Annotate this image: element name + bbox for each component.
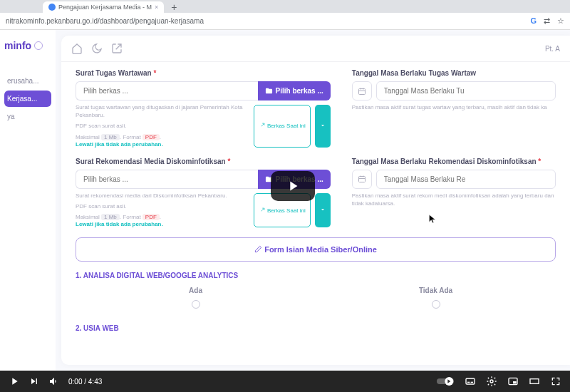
settings-icon[interactable] [486, 376, 497, 387]
translate-icon[interactable]: ⇄ [544, 16, 550, 26]
skip-link-stw[interactable]: Lewati jika tidak ada perubahan. [76, 141, 248, 148]
video-play-button[interactable] [271, 171, 315, 201]
svg-rect-5 [467, 382, 470, 383]
calendar-icon[interactable] [352, 170, 372, 189]
topbar: Pt. A [61, 36, 570, 62]
svg-rect-4 [466, 378, 475, 384]
help-stw-1: Surat tugas wartawan yang ditugaskan di … [76, 103, 248, 119]
new-tab-button[interactable]: + [167, 1, 181, 13]
url-bar[interactable]: nitrakominfo.pekanbaru.go.id/dashboard/p… [0, 13, 570, 30]
company-name: Pt. A [545, 45, 560, 53]
autoplay-toggle-icon[interactable] [436, 376, 455, 387]
date-input-stw[interactable] [376, 81, 556, 100]
edit-icon [254, 245, 262, 253]
sidebar: minfo erusaha... Kerjasa... ya [0, 30, 56, 371]
svg-rect-6 [471, 382, 473, 383]
date-input-srmd[interactable] [376, 170, 556, 189]
tab-previous[interactable] [28, 9, 40, 13]
help-srmd-date: Pastikan masa aktif surat rekom medi dis… [352, 192, 556, 207]
sidebar-item-other[interactable]: ya [4, 108, 51, 125]
brand-logo[interactable]: minfo [4, 40, 51, 51]
label-srmd: Surat Rekomendasi Media Diskominfotiksan… [76, 158, 331, 165]
next-icon[interactable] [28, 376, 40, 387]
sidebar-item-kerjasama[interactable]: Kerjasa... [4, 91, 51, 107]
section-1-heading: 1. ANALISA DIGITAL WEB/GOOGLE ANALYTICS [76, 272, 556, 279]
label-stw-date: Tanggal Masa Berlaku Tugas Wartaw [352, 69, 556, 77]
url-text: nitrakominfo.pekanbaru.go.id/dashboard/p… [6, 17, 204, 25]
captions-icon[interactable] [465, 376, 476, 387]
svg-rect-10 [530, 379, 539, 384]
help-stw-date: Pastikan masa aktif surat tugas wartaw y… [352, 103, 556, 111]
link-icon [259, 123, 265, 129]
label-stw: Surat Tugas Wartawan * [76, 69, 331, 77]
volume-icon[interactable] [48, 376, 60, 387]
tab-title: Pengajuan Kerjasama Media - M [58, 4, 152, 11]
browser-tabs: Pengajuan Kerjasama Media - M × + [0, 0, 570, 13]
external-link-icon[interactable] [111, 43, 123, 54]
google-icon[interactable]: G [530, 16, 537, 26]
close-icon[interactable]: × [155, 4, 158, 11]
skip-link-srmd[interactable]: Lewati jika tidak ada perubahan. [76, 221, 248, 227]
video-time: 0:00 / 4:43 [68, 378, 102, 386]
svg-rect-1 [358, 177, 365, 182]
svg-point-7 [490, 380, 493, 383]
video-controls: 0:00 / 4:43 [0, 371, 570, 392]
file-input-stw[interactable] [76, 81, 258, 100]
svg-rect-0 [358, 88, 365, 94]
help-srmd-2: PDF scan surat asli. [76, 202, 248, 210]
current-file-stw-button[interactable]: Berkas Saat ini [254, 105, 311, 148]
radio-ada[interactable] [192, 300, 200, 309]
folder-icon [265, 87, 273, 95]
label-srmd-date: Tanggal Masa Berlaku Rekomendasi Diskomi… [352, 158, 556, 165]
theater-icon[interactable] [529, 376, 540, 387]
miniplayer-icon[interactable] [507, 376, 519, 387]
download-icon [319, 122, 326, 129]
download-srmd-button[interactable] [315, 193, 331, 228]
form-banner[interactable]: Form Isian Media Siber/Online [76, 237, 556, 262]
link-icon [259, 207, 265, 214]
help-stw-2: PDF scan surat asli. [76, 122, 248, 130]
svg-rect-9 [513, 381, 517, 383]
choose-file-stw-button[interactable]: Pilih berkas ... [258, 81, 331, 100]
brand-text: minfo [4, 40, 31, 51]
bookmark-icon[interactable]: ☆ [557, 16, 564, 26]
section-2-heading: 2. USIA WEB [76, 324, 556, 332]
cursor-icon [428, 214, 437, 224]
main-panel: Pt. A Surat Tugas Wartawan * Pilih berka… [61, 36, 570, 365]
favicon-icon [48, 4, 56, 11]
play-icon [285, 178, 301, 194]
help-srmd-1: Surat rekomendasi media dari Diskominfot… [76, 192, 248, 200]
option-ada-label: Ada [76, 287, 316, 294]
sidebar-item-perusahaan[interactable]: erusaha... [4, 73, 51, 89]
option-tidak-label: Tidak Ada [316, 287, 556, 294]
download-stw-button[interactable] [315, 105, 331, 148]
moon-icon[interactable] [91, 43, 103, 54]
form-content: Surat Tugas Wartawan * Pilih berkas ... … [61, 62, 570, 364]
file-input-srmd[interactable] [76, 170, 258, 189]
radio-tidak[interactable] [432, 300, 440, 309]
home-icon[interactable] [71, 43, 83, 54]
download-icon [319, 206, 326, 213]
tab-active[interactable]: Pengajuan Kerjasama Media - M × [43, 1, 164, 13]
play-icon[interactable] [9, 376, 20, 387]
calendar-icon[interactable] [352, 81, 372, 100]
fullscreen-icon[interactable] [550, 376, 561, 387]
gear-icon [34, 41, 43, 50]
